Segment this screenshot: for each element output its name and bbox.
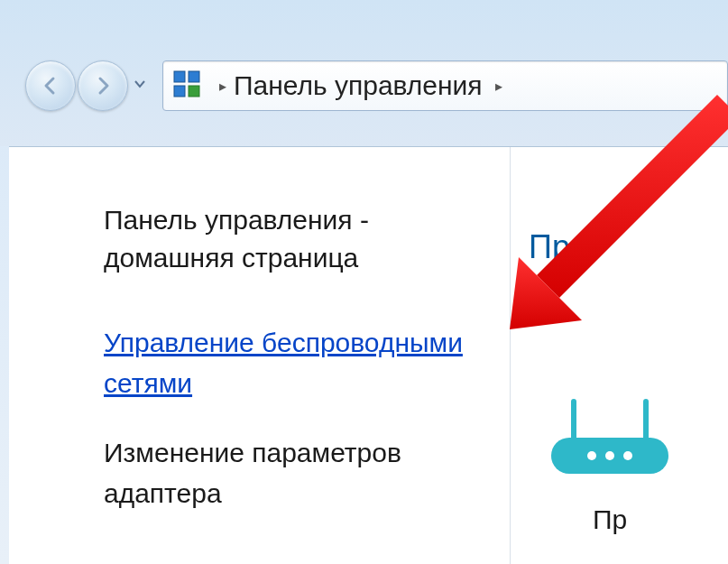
wireless-networks-link[interactable]: Управление беспроводными сетями — [104, 322, 487, 403]
window-chrome: ▸ Панель управления ▸ — [0, 0, 728, 146]
router-status: Пр — [529, 393, 691, 535]
breadcrumb-separator-icon: ▸ — [495, 78, 502, 95]
sidebar-heading: Панель управления - домашняя страница — [104, 201, 487, 277]
main-heading-fragment: Пр — [529, 228, 728, 266]
arrow-left-icon — [40, 75, 61, 97]
router-label-fragment: Пр — [593, 504, 627, 535]
history-dropdown[interactable] — [134, 78, 146, 94]
svg-rect-1 — [189, 71, 199, 82]
sidebar-panel: Панель управления - домашняя страница Уп… — [9, 147, 487, 542]
svg-point-7 — [587, 451, 596, 460]
back-button[interactable] — [25, 60, 76, 111]
svg-point-9 — [623, 451, 632, 460]
forward-button[interactable] — [78, 60, 128, 111]
nav-buttons-group — [25, 60, 146, 111]
main-pane: Пр Пр — [510, 147, 728, 564]
adapter-settings-link[interactable]: Изменение параметров адаптера — [104, 432, 487, 513]
router-icon — [542, 393, 677, 483]
svg-rect-3 — [189, 86, 199, 97]
arrow-right-icon — [92, 75, 114, 97]
chevron-down-icon — [134, 78, 146, 90]
content-area: Панель управления - домашняя страница Уп… — [9, 146, 728, 564]
address-bar[interactable]: ▸ Панель управления ▸ — [162, 60, 728, 111]
svg-rect-0 — [174, 71, 185, 82]
svg-point-8 — [605, 451, 614, 460]
svg-rect-2 — [174, 86, 185, 97]
breadcrumb-item[interactable]: Панель управления — [234, 70, 483, 101]
breadcrumb-separator-icon: ▸ — [219, 78, 226, 95]
control-panel-icon — [170, 68, 207, 104]
navigation-bar: ▸ Панель управления ▸ — [25, 54, 728, 117]
